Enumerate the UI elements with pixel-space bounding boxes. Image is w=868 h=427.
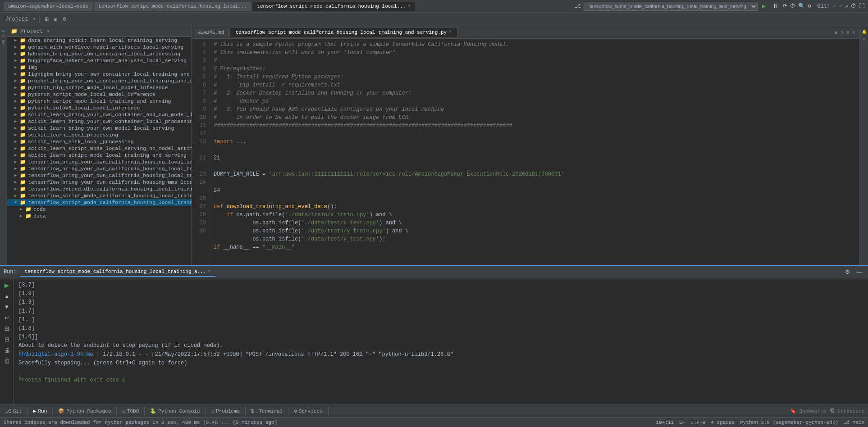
services-icon[interactable]: ⚙ bbox=[862, 36, 866, 43]
scroll-down-btn[interactable]: ▼ bbox=[2, 302, 12, 312]
btab-git[interactable]: ⎇ Git bbox=[0, 406, 28, 416]
tree-item[interactable]: ▶ 📁 lightgbm_bring_your_own_container_lo… bbox=[7, 71, 192, 77]
tree-item[interactable]: ▶ 📁 tensorflow_bring_your_own_california… bbox=[7, 172, 192, 179]
tree-item[interactable]: ▶ 📁 img bbox=[7, 64, 192, 71]
cursor-position[interactable]: 104:11 bbox=[656, 420, 674, 425]
tree-item[interactable]: ▶ 📁 tensorflow_script_mode_california_ho… bbox=[7, 192, 192, 199]
commit-icon[interactable]: C bbox=[1, 33, 6, 38]
git-branch[interactable]: ⎇ main bbox=[844, 419, 864, 425]
btab-services-label: Services bbox=[299, 409, 323, 414]
toolbar-settings-btn[interactable]: ⚙ bbox=[60, 15, 69, 23]
run-button[interactable]: ▶ bbox=[760, 1, 767, 11]
pull-requests-icon[interactable]: PR bbox=[1, 38, 6, 46]
notifications-icon[interactable]: 🔔 bbox=[862, 28, 866, 36]
tree-item[interactable]: ▶ 📁 tensorflow_bring_your_own_california… bbox=[7, 159, 192, 165]
tree-item-selected[interactable]: ▼ 📁 tensorflow_script_mode_california_ho… bbox=[7, 199, 192, 206]
project-panel: 📁 Project ▾ ▶ 📁 data_sharing_scikit_lear… bbox=[7, 26, 192, 265]
tree-item-code[interactable]: ▶ 📁 code bbox=[7, 206, 192, 213]
tree-item[interactable]: ▶ 📁 scikit_learn_script_mode_local_servi… bbox=[7, 145, 192, 152]
git-check2: ✓ bbox=[839, 3, 842, 9]
maximize-icon[interactable]: ⛶ bbox=[859, 3, 864, 9]
title-tab-tf1[interactable]: tensorflow_script_mode_california_housin… bbox=[94, 2, 251, 11]
editor-tab-py[interactable]: tensorflow_script_mode_california_housin… bbox=[230, 28, 457, 37]
tree-item[interactable]: ▶ 📁 pytorch_nlp_script_mode_local_model_… bbox=[7, 84, 192, 91]
project-dropdown-icon[interactable]: ▾ bbox=[32, 16, 36, 23]
btab-python-console[interactable]: 🐍 Python Console bbox=[145, 406, 206, 416]
project-icon[interactable]: P bbox=[1, 28, 6, 33]
btab-terminal[interactable]: $_ Terminal bbox=[246, 407, 288, 416]
python-version[interactable]: Python 3.8 (sagemaker-python-sdk) bbox=[740, 420, 838, 425]
bookmarks-icon[interactable]: 🔖 Bookmarks bbox=[790, 408, 826, 414]
btab-run-label: Run bbox=[38, 409, 47, 414]
bottom-panel: Run: tensorflow_script_mode_california_h… bbox=[0, 265, 868, 404]
encoding[interactable]: UTF-8 bbox=[690, 420, 705, 425]
print-btn[interactable]: 🖨 bbox=[2, 345, 12, 355]
profile-icon[interactable]: ⏱ bbox=[790, 3, 795, 9]
wrap-btn[interactable]: ↵ bbox=[2, 313, 12, 323]
title-bar: amazon-sagemaker-local-mode tensorflow_s… bbox=[0, 0, 868, 13]
terminal-icon: $_ bbox=[251, 409, 257, 414]
btab-python-packages[interactable]: 📦 Python Packages bbox=[53, 406, 117, 416]
tree-item[interactable]: ▶ 📁 tensorflow_extend_dlc_california_hou… bbox=[7, 186, 192, 192]
tree-item[interactable]: ▶ 📁 scikit_learn_bring_your_own_containe… bbox=[7, 111, 192, 118]
tree-item[interactable]: ▶ 📁 scikit_learn_bring_your_own_model_lo… bbox=[7, 125, 192, 132]
git-arrow[interactable]: ↗ bbox=[845, 3, 848, 9]
tree-item[interactable]: ▶ 📁 data_sharing_scikit_learn_local_trai… bbox=[7, 37, 192, 44]
bottom-tab-close[interactable]: × bbox=[208, 269, 210, 274]
project-dropdown[interactable]: ▾ bbox=[46, 28, 50, 35]
title-tab-amazon[interactable]: amazon-sagemaker-local-mode bbox=[4, 2, 93, 11]
bottom-minimize-btn[interactable]: — bbox=[854, 267, 864, 277]
indent[interactable]: 4 spaces bbox=[711, 420, 735, 425]
tree-view-btn[interactable]: ⊞ bbox=[2, 334, 12, 344]
run-config-select[interactable]: tensorflow_script_mode_california_housin… bbox=[584, 2, 758, 11]
editor-tab-close[interactable]: × bbox=[449, 30, 452, 35]
python-console-icon: 🐍 bbox=[150, 408, 156, 414]
toolbar-list-btn[interactable]: ≡ bbox=[52, 16, 59, 23]
btab-services[interactable]: ⚙ Services bbox=[288, 406, 328, 416]
project-header: 📁 Project ▾ bbox=[7, 26, 192, 37]
git-label: Git: bbox=[817, 3, 830, 9]
search-icon[interactable]: 🔍 bbox=[798, 3, 805, 9]
tree-item[interactable]: ▶ 📁 tensorflow_bring_your_own_california… bbox=[7, 179, 192, 186]
tree-item[interactable]: ▶ 📁 scikit_learn_script_mode_local_train… bbox=[7, 152, 192, 159]
tree-item[interactable]: ▶ 📁 pytorch_script_mode_local_training_a… bbox=[7, 98, 192, 104]
git-check1: ✓ bbox=[833, 3, 836, 9]
code-editor[interactable]: # This is a sample Python program that t… bbox=[210, 39, 859, 265]
settings-icon[interactable]: ⚙ bbox=[808, 3, 811, 9]
tree-item[interactable]: ▶ 📁 scikit_learn_local_processing bbox=[7, 132, 192, 138]
project-folder-icon: 📁 bbox=[11, 28, 18, 35]
tree-item[interactable]: ▶ 📁 prophet_bring_your_own_container_loc… bbox=[7, 77, 192, 84]
tree-item-data[interactable]: ▶ 📁 data bbox=[7, 213, 192, 219]
tree-item[interactable]: ▶ 📁 gensim_with_word2vec_model_artifacts… bbox=[7, 44, 192, 50]
bottom-run-tab[interactable]: tensorflow_script_mode_california_housin… bbox=[20, 267, 215, 277]
tree-item[interactable]: ▶ 📁 hdbscan_bring_your_own_container_loc… bbox=[7, 50, 192, 57]
run-again-btn[interactable]: ▶ bbox=[2, 280, 12, 290]
scroll-up-btn[interactable]: ▲ bbox=[2, 291, 12, 301]
btab-problems[interactable]: ⚠ Problems bbox=[206, 406, 246, 416]
title-tabs: amazon-sagemaker-local-mode tensorflow_s… bbox=[4, 2, 575, 11]
bottom-tabs-bar: ⎇ Git ▶ Run 📦 Python Packages ☑ TODO 🐍 P… bbox=[0, 404, 868, 417]
clear-btn[interactable]: 🗑 bbox=[2, 356, 12, 366]
git-history[interactable]: ⏱ bbox=[851, 3, 856, 9]
btab-todo-label: TODO bbox=[127, 409, 139, 414]
soft-wrap-btn[interactable]: ⊟ bbox=[2, 323, 12, 333]
btab-run[interactable]: ▶ Run bbox=[28, 406, 53, 416]
tree-item[interactable]: ▶ 📁 scikit_learn_nltk_local_processing bbox=[7, 138, 192, 145]
tree-item[interactable]: ▶ 📁 tensorflow_bring_your_own_california… bbox=[7, 165, 192, 172]
btab-todo[interactable]: ☑ TODO bbox=[117, 406, 145, 416]
title-tab-close[interactable]: × bbox=[408, 4, 411, 9]
debug-button[interactable]: ⏸ bbox=[770, 2, 780, 11]
editor-tab-readme[interactable]: README.md bbox=[192, 28, 230, 37]
line-ending[interactable]: LF bbox=[679, 420, 685, 425]
structure-icon[interactable]: 🏗 Structure bbox=[830, 408, 864, 414]
tree-item[interactable]: ▶ 📁 scikit_learn_bring_your_own_containe… bbox=[7, 118, 192, 125]
bottom-settings-btn[interactable]: ⚙ bbox=[843, 267, 853, 277]
problems-icon: ⚠ bbox=[211, 408, 215, 414]
tree-item[interactable]: ▶ 📁 huggingface_hebert_sentiment_analysi… bbox=[7, 57, 192, 64]
tree-item[interactable]: ▶ 📁 pytorch_yolov5_local_model_inference bbox=[7, 104, 192, 111]
title-tab-tf2[interactable]: tensorflow_script_mode_california_housin… bbox=[252, 2, 415, 11]
editor-tab-label: README.md bbox=[197, 30, 224, 35]
toolbar-scope-btn[interactable]: ⊞ bbox=[43, 15, 50, 23]
build-icon[interactable]: ⟳ bbox=[783, 3, 787, 9]
tree-item[interactable]: ▶ 📁 pytorch_script_mode_local_model_infe… bbox=[7, 91, 192, 98]
